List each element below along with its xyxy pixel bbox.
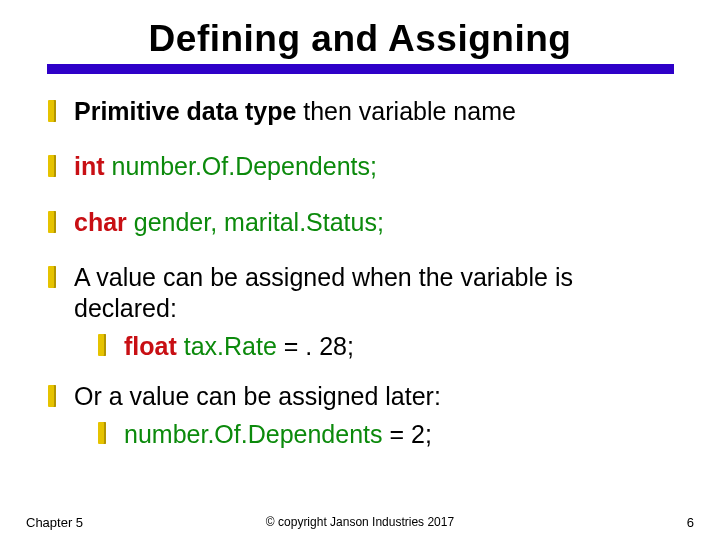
bullet-3-keyword: char	[74, 208, 127, 236]
title-underline	[47, 64, 674, 74]
bullet-5-sub-eq: = 2;	[389, 420, 431, 448]
bullet-3: char gender, marital.Status;	[44, 207, 680, 238]
title-wrap: Defining and Assigning	[30, 18, 690, 60]
bullet-2-keyword: int	[74, 152, 105, 180]
content: Primitive data type then variable name i…	[30, 96, 690, 451]
bullet-5-text: Or a value can be assigned later:	[74, 382, 441, 410]
bullet-2: int number.Of.Dependents;	[44, 151, 680, 182]
bullet-4-sub-eq: = . 28;	[284, 332, 354, 360]
bullet-list: Primitive data type then variable name i…	[44, 96, 680, 451]
bullet-5-sub-var: number.Of.Dependents	[124, 420, 389, 448]
footer-center: © copyright Janson Industries 2017	[266, 515, 454, 529]
bullet-1: Primitive data type then variable name	[44, 96, 680, 127]
bullet-1-rest: then variable name	[296, 97, 516, 125]
bullet-1-bold: Primitive data type	[74, 97, 296, 125]
bullet-4-sublist: float tax.Rate = . 28;	[74, 330, 680, 363]
footer: Chapter 5 © copyright Janson Industries …	[0, 515, 720, 530]
footer-right: 6	[687, 515, 694, 530]
slide: Defining and Assigning Primitive data ty…	[0, 0, 720, 540]
bullet-3-rest: gender, marital.Status;	[127, 208, 384, 236]
bullet-4-text: A value can be assigned when the variabl…	[74, 263, 573, 322]
slide-title: Defining and Assigning	[149, 18, 572, 60]
footer-left: Chapter 5	[26, 515, 83, 530]
bullet-5-sub: number.Of.Dependents = 2;	[98, 418, 680, 451]
bullet-4-sub-var: tax.Rate	[177, 332, 284, 360]
bullet-4-sub-keyword: float	[124, 332, 177, 360]
bullet-4: A value can be assigned when the variabl…	[44, 262, 680, 363]
bullet-5: Or a value can be assigned later: number…	[44, 381, 680, 451]
bullet-4-sub: float tax.Rate = . 28;	[98, 330, 680, 363]
bullet-5-sublist: number.Of.Dependents = 2;	[74, 418, 680, 451]
bullet-2-rest: number.Of.Dependents;	[105, 152, 377, 180]
